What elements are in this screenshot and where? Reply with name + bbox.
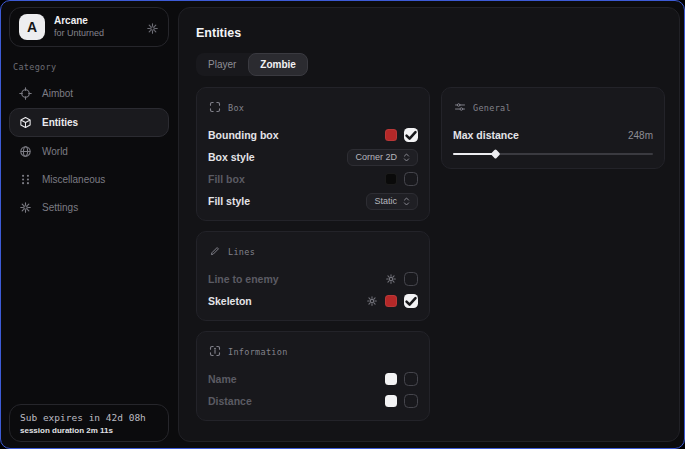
setting-label: Max distance: [453, 129, 519, 141]
checkbox-checked[interactable]: [404, 128, 418, 142]
session-duration-text: session duration 2m 11s: [20, 426, 158, 435]
general-card: General Max distance 248m: [441, 87, 665, 169]
color-swatch[interactable]: [385, 129, 397, 141]
dropdown-value: Corner 2D: [355, 152, 397, 162]
color-swatch[interactable]: [385, 373, 397, 385]
color-swatch[interactable]: [385, 295, 397, 307]
check-icon: [404, 294, 418, 308]
grid-dots-icon: [19, 173, 32, 186]
sub-expiry-text: Sub expires in 42d 08h: [20, 412, 158, 423]
setting-row-max-distance: Max distance 248m: [453, 127, 653, 143]
cube-icon: [19, 116, 32, 129]
row-controls: [385, 172, 418, 186]
app-window: A Arcane for Unturned Category Aimbot: [0, 0, 685, 449]
checkbox-unchecked[interactable]: [404, 372, 418, 386]
row-controls: [385, 394, 418, 408]
globe-icon: [19, 145, 32, 158]
setting-label: Bounding box: [208, 129, 279, 141]
sidebar: A Arcane for Unturned Category Aimbot: [1, 1, 177, 448]
setting-label: Fill style: [208, 195, 250, 207]
gear-icon[interactable]: [385, 273, 397, 285]
content-area: Box Bounding box: [196, 87, 665, 421]
setting-label: Skeleton: [208, 295, 252, 307]
sidebar-item-label: Settings: [42, 202, 78, 213]
gear-icon[interactable]: [366, 295, 378, 307]
setting-row-box-style: Box style Corner 2D: [208, 149, 418, 165]
corner-brackets-icon: [209, 99, 221, 117]
main-panel: Entities Player Zombie Box: [178, 7, 680, 442]
check-icon: [404, 128, 418, 142]
setting-row-skeleton: Skeleton: [208, 293, 418, 309]
tab-player[interactable]: Player: [196, 53, 248, 76]
setting-row-bounding-box: Bounding box: [208, 127, 418, 143]
app-header-card: A Arcane for Unturned: [9, 7, 169, 47]
category-label: Category: [13, 62, 165, 72]
tab-bar: Player Zombie: [196, 53, 308, 76]
sidebar-item-world[interactable]: World: [9, 138, 169, 165]
box-style-dropdown[interactable]: Corner 2D: [347, 149, 418, 166]
chevrons-up-down-icon: [403, 152, 410, 163]
tab-zombie[interactable]: Zombie: [248, 53, 308, 76]
sidebar-item-miscellaneous[interactable]: Miscellaneous: [9, 166, 169, 193]
setting-row-fill-style: Fill style Static: [208, 193, 418, 209]
crosshair-icon: [19, 87, 32, 100]
information-card: Information Name Distance: [196, 331, 430, 421]
card-title: Box: [228, 103, 244, 113]
row-controls: [385, 128, 418, 142]
sidebar-item-label: Aimbot: [42, 88, 73, 99]
left-column: Box Bounding box: [196, 87, 430, 421]
color-swatch[interactable]: [385, 395, 397, 407]
box-card: Box Bounding box: [196, 87, 430, 221]
gear-icon[interactable]: [146, 21, 159, 34]
setting-row-line-to-enemy: Line to enemy: [208, 271, 418, 287]
sidebar-item-entities[interactable]: Entities: [9, 108, 169, 137]
setting-label: Distance: [208, 395, 252, 407]
sliders-icon: [454, 99, 466, 117]
max-distance-slider[interactable]: [453, 149, 653, 158]
app-subtitle: for Unturned: [54, 28, 104, 39]
row-controls: Static: [366, 193, 418, 210]
information-card-header: Information: [209, 343, 418, 361]
page-title: Entities: [196, 26, 665, 40]
setting-row-fill-box: Fill box: [208, 171, 418, 187]
setting-label: Fill box: [208, 173, 245, 185]
checkbox-unchecked[interactable]: [404, 172, 418, 186]
app-logo: A: [19, 14, 45, 40]
checkbox-unchecked[interactable]: [404, 394, 418, 408]
row-controls: [366, 294, 418, 308]
setting-label: Box style: [208, 151, 255, 163]
sidebar-item-label: Miscellaneous: [42, 174, 105, 185]
gear-icon: [19, 201, 32, 214]
setting-row-name: Name: [208, 371, 418, 387]
slider-thumb[interactable]: [490, 149, 500, 159]
subscription-card: Sub expires in 42d 08h session duration …: [9, 404, 169, 442]
sidebar-item-label: World: [42, 146, 68, 157]
dropdown-value: Static: [374, 196, 397, 206]
pencil-icon: [209, 243, 221, 261]
slider-fill: [453, 153, 495, 156]
info-brackets-icon: [209, 343, 221, 361]
general-card-header: General: [454, 99, 653, 117]
app-title-block: Arcane for Unturned: [54, 15, 104, 39]
fill-style-dropdown[interactable]: Static: [366, 193, 418, 210]
setting-row-distance: Distance: [208, 393, 418, 409]
checkbox-unchecked[interactable]: [404, 272, 418, 286]
lines-card: Lines Line to enemy: [196, 231, 430, 321]
app-name: Arcane: [54, 15, 104, 27]
box-card-header: Box: [209, 99, 418, 117]
lines-card-header: Lines: [209, 243, 418, 261]
chevrons-up-down-icon: [403, 196, 410, 207]
sidebar-item-label: Entities: [42, 117, 78, 128]
row-controls: Corner 2D: [347, 149, 418, 166]
setting-label: Line to enemy: [208, 273, 279, 285]
setting-label: Name: [208, 373, 237, 385]
right-column: General Max distance 248m: [441, 87, 665, 169]
card-title: General: [473, 103, 511, 113]
card-title: Lines: [228, 247, 255, 257]
sidebar-item-aimbot[interactable]: Aimbot: [9, 80, 169, 107]
color-swatch[interactable]: [385, 173, 397, 185]
sidebar-item-settings[interactable]: Settings: [9, 194, 169, 221]
row-controls: [385, 272, 418, 286]
checkbox-checked[interactable]: [404, 294, 418, 308]
row-controls: [385, 372, 418, 386]
